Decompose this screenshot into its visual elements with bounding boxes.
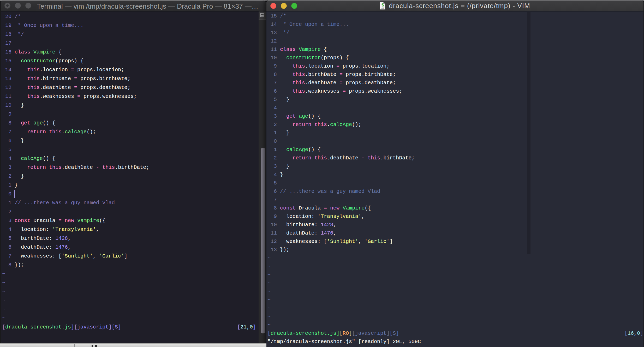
svg-text:JS: JS: [381, 7, 384, 9]
